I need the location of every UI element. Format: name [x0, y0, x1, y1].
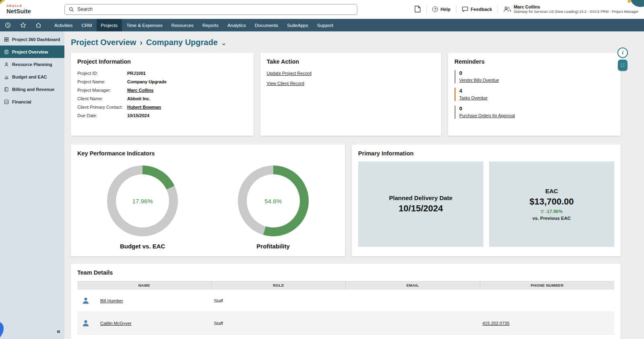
phone-link[interactable]: 415.202.0735 — [483, 321, 510, 326]
person-icon — [4, 62, 9, 67]
field-label: Project Manager: — [77, 88, 127, 93]
card-title: Team Details — [77, 269, 614, 276]
sidebar-item-project-360-dashboard[interactable]: Project 360 Dashboard — [0, 33, 64, 45]
project-manager-link[interactable]: Marc Collins — [127, 88, 247, 93]
grid-dots-icon — [620, 62, 626, 68]
home-button[interactable] — [31, 19, 46, 31]
project-name-value: Company Upgrade — [127, 79, 247, 84]
sidebar-collapse-button[interactable]: « — [57, 328, 60, 335]
reminder-item: 4 Tasks Overdue — [454, 88, 614, 101]
nav-item-documents[interactable]: Documents — [250, 19, 283, 31]
left-sidebar: Project 360 Dashboard Project Overview R… — [0, 31, 64, 339]
tile-label: Planned Delivery Date — [389, 194, 453, 201]
sidebar-item-financial[interactable]: Financial — [0, 95, 64, 108]
global-search[interactable] — [64, 4, 357, 15]
eac-footnote: vs. Previous EAC — [533, 216, 571, 221]
help-button[interactable]: ? Help — [432, 6, 450, 12]
app-grid-button[interactable] — [618, 60, 627, 71]
nav-item-crm[interactable]: CRM — [77, 19, 96, 31]
nav-item-support[interactable]: Support — [313, 19, 338, 31]
users-icon — [504, 6, 511, 12]
tasks-overdue-link[interactable]: Tasks Overdue — [459, 95, 487, 100]
donut-label: Profitability — [256, 243, 290, 250]
nav-item-activities[interactable]: Activities — [50, 19, 77, 31]
breadcrumb-separator: › — [140, 38, 142, 47]
search-input[interactable] — [77, 6, 357, 12]
shortcuts-button[interactable] — [15, 19, 31, 31]
clipboard-icon — [4, 50, 9, 54]
field-label: Project ID: — [77, 71, 127, 76]
table-header-row: NAME ROLE EMAIL PHONE NUMBER — [77, 281, 614, 289]
chevron-down-icon[interactable]: ⌄ — [221, 39, 227, 47]
team-member-link[interactable]: Caitlin McGyver — [100, 321, 132, 326]
role-cell: Staff — [212, 298, 346, 303]
sidebar-item-project-overview[interactable]: Project Overview — [0, 45, 64, 58]
delta-value: -17.96% — [545, 209, 563, 214]
ledger-book-icon — [4, 87, 9, 92]
due-date-value: 10/15/2024 — [127, 113, 247, 118]
nav-item-projects[interactable]: Projects — [97, 19, 122, 31]
top-bar: ORACLE NetSuite ? Help Feedback Marc Col… — [0, 0, 644, 19]
feedback-button[interactable]: Feedback — [462, 6, 492, 12]
user-menu[interactable]: Marc Collins Stairway for Services US (N… — [504, 4, 638, 14]
oracle-logo-text: ORACLE — [6, 4, 64, 7]
reminders-card: Reminders 0 Vendor Bills Overdue 4 Tasks… — [448, 53, 621, 136]
project-information-card: Project Information Project ID: PRJ1001 … — [71, 53, 254, 136]
vendor-bills-overdue-link[interactable]: Vendor Bills Overdue — [459, 78, 499, 83]
card-title: Take Action — [267, 58, 435, 65]
help-icon: ? — [432, 6, 438, 12]
topbar-actions: ? Help Feedback Marc Collins Stairway fo… — [415, 4, 644, 14]
table-row: Caitlin McGyver Staff 415.202.0735 — [77, 312, 614, 335]
sidebar-item-budget-and-eac[interactable]: Budget and EAC — [0, 70, 64, 83]
field-label: Client Name: — [77, 96, 127, 101]
card-title: Key Performance Indicators — [77, 150, 339, 157]
triangle-down-icon: ▽ — [541, 209, 544, 214]
netsuite-logo-text: NetSuite — [6, 8, 64, 14]
breadcrumb-parent[interactable]: Project Overview — [71, 38, 136, 47]
breadcrumb: Project Overview › Company Upgrade ⌄ — [71, 38, 621, 47]
field-label: Client Primary Contact: — [77, 105, 127, 110]
card-title: Reminders — [454, 58, 614, 65]
nav-item-time-expenses[interactable]: Time & Expenses — [122, 19, 167, 31]
netsuite-logo: ORACLE NetSuite — [0, 4, 64, 14]
client-primary-contact-link[interactable]: Hubert Bowman — [127, 105, 247, 110]
eac-delta: ▽ -17.96% — [541, 209, 563, 214]
project-id-value: PRJ1001 — [127, 71, 247, 76]
separator — [456, 5, 456, 14]
field-label: Due Date: — [77, 113, 127, 118]
reminder-item: 0 Vendor Bills Overdue — [454, 70, 614, 83]
new-document-button[interactable] — [415, 6, 421, 12]
donut-value: 54.6% — [238, 165, 309, 236]
eac-value: $13,700.00 — [529, 196, 574, 207]
card-title: Project Information — [77, 58, 247, 65]
update-project-record-link[interactable]: Update Project Record — [267, 71, 312, 76]
donut-chart: 54.6% — [238, 165, 309, 236]
bar-chart-icon — [4, 74, 9, 79]
column-header-name: NAME — [77, 281, 212, 289]
sidebar-item-resource-planning[interactable]: Resource Planning — [0, 58, 64, 70]
column-header-role: ROLE — [212, 281, 346, 289]
budget-vs-eac-donut: 17.96% Budget vs. EAC — [107, 165, 178, 250]
person-avatar-icon — [82, 297, 90, 305]
donut-value: 17.96% — [107, 165, 178, 236]
breadcrumb-current[interactable]: Company Upgrade — [146, 38, 218, 47]
recent-records-button[interactable] — [0, 19, 15, 31]
info-button[interactable]: i — [617, 48, 628, 58]
history-clock-icon — [5, 22, 11, 28]
column-header-phone: PHONE NUMBER — [480, 281, 615, 289]
purchase-orders-for-approval-link[interactable]: Purchase Orders for Approval — [459, 113, 515, 118]
eac-tile: EAC $13,700.00 ▽ -17.96% vs. Previous EA… — [489, 161, 614, 247]
separator — [426, 5, 427, 14]
nav-item-analytics[interactable]: Analytics — [223, 19, 250, 31]
dashboard-icon — [4, 37, 9, 42]
client-name-value: Abbott Inc. — [127, 96, 247, 101]
column-header-email: EMAIL — [346, 281, 480, 289]
view-client-record-link[interactable]: View Client Record — [267, 81, 304, 86]
nav-item-suiteapps[interactable]: SuiteApps — [283, 19, 312, 31]
planned-delivery-date-tile: Planned Delivery Date 10/15/2024 — [358, 161, 483, 247]
sidebar-item-billing-and-revenue[interactable]: Billing and Revenue — [0, 83, 64, 95]
reminder-item: 0 Purchase Orders for Approval — [454, 105, 614, 119]
team-member-link[interactable]: Bill Humber — [100, 298, 123, 303]
nav-item-reports[interactable]: Reports — [198, 19, 223, 31]
nav-item-resources[interactable]: Resources — [167, 19, 198, 31]
